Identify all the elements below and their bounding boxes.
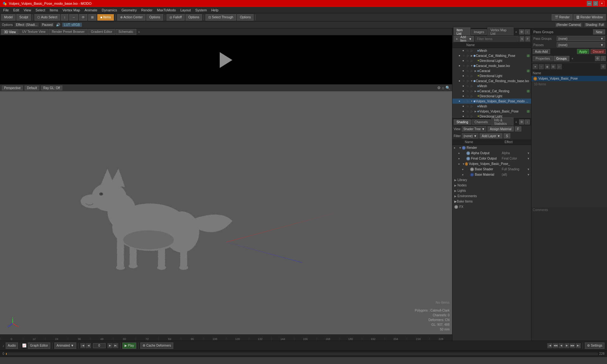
play-button[interactable]: ▶ Play bbox=[122, 343, 136, 349]
final-dropdown-icon[interactable]: ▼ bbox=[527, 157, 530, 160]
cache-deformers-button[interactable]: ⚙ Cache Deformers bbox=[140, 343, 173, 349]
viewport-3d[interactable]: Perspective Default Ray GL: Off ⚙ ⌂ 🔍 bbox=[0, 84, 452, 334]
groups-toolbar-btn-4[interactable]: ⊠ bbox=[551, 64, 556, 69]
tab-uv-texture[interactable]: UV Texture View bbox=[19, 29, 48, 35]
shader-row-base-shader[interactable]: ● Base Shader Full Shading ▼ bbox=[452, 167, 531, 172]
filter-items-input[interactable] bbox=[475, 36, 518, 41]
menu-edit[interactable]: Edit bbox=[11, 8, 21, 13]
groups-toolbar-btn-1[interactable]: ● bbox=[533, 64, 538, 69]
items-button[interactable]: ■ Items bbox=[97, 14, 114, 21]
go-start-button[interactable]: |◀ bbox=[80, 343, 85, 348]
groups-toolbar-btn-5[interactable]: ▷ bbox=[557, 64, 562, 69]
groups-toolbar-btn-2[interactable]: ○ bbox=[539, 64, 544, 69]
maximize-button[interactable]: □ bbox=[593, 1, 598, 6]
transform-btn-4[interactable]: ⊞ bbox=[88, 14, 96, 21]
ray-gl-label[interactable]: Ray GL: Off bbox=[41, 86, 62, 90]
menu-help[interactable]: Help bbox=[209, 8, 220, 13]
tree-item-vulpes-pose[interactable]: ● ○ ▷ ▶ ◈ Vulpes_Vulpes_Basic_Pose 2 bbox=[452, 109, 531, 114]
groups-right-btn-1[interactable]: ⚙ bbox=[601, 64, 606, 69]
tree-item-mesh-1[interactable]: ● ○ ▷ ◈ Mesh bbox=[452, 48, 531, 53]
prev-frame-button[interactable]: ◀ bbox=[86, 343, 91, 348]
apply-button[interactable]: Apply bbox=[577, 49, 589, 54]
pb-btn-5[interactable]: ▶▶ bbox=[570, 343, 575, 348]
assign-material-button[interactable]: Assign Material bbox=[487, 126, 513, 131]
tree-item-dir-light-1[interactable]: ● ○ ▷ ☀ Directional Light bbox=[452, 58, 531, 63]
minimize-button[interactable]: — bbox=[587, 1, 592, 6]
tree-item-caracal-resting[interactable]: ● ○ ▷ ▶ ◈ Caracal_Cat_Resting 2 bbox=[452, 88, 531, 94]
close-button[interactable]: ✕ bbox=[599, 1, 604, 6]
shader-row-base-material[interactable]: ● Base Material (all) ▼ bbox=[452, 172, 531, 177]
add-shading-tab[interactable]: + bbox=[514, 120, 518, 124]
tree-item-vulpes-mesh[interactable]: ● ○ ▷ ◈ Mesh bbox=[452, 104, 531, 109]
alpha-dropdown-icon[interactable]: ▼ bbox=[527, 152, 530, 155]
tab-images[interactable]: Images bbox=[471, 29, 487, 35]
pb-btn-6[interactable]: ▶| bbox=[576, 343, 581, 348]
shader-section-lights[interactable]: ▶ Lights bbox=[452, 188, 531, 193]
menu-view[interactable]: View bbox=[22, 8, 33, 13]
viewport-settings-icon[interactable]: ⚙ bbox=[437, 86, 441, 90]
shader-row-vulpes[interactable]: ● ▼ Vulpes_Vulpes_Basic_Pose_ bbox=[452, 161, 531, 167]
tree-item-caracal-resting-base[interactable]: ● ○ ▷ ▼ ◉ Caracal_Cat_Resting_modo_base.… bbox=[452, 78, 531, 83]
tab-3d-view[interactable]: 3D View bbox=[1, 29, 19, 35]
graph-editor-button[interactable]: Graph Editor bbox=[28, 343, 50, 349]
tree-item-vulpes-base[interactable]: ● ○ ▷ ▼ ◉ Vulpes_Vulpes_Basic_Pose_modo … bbox=[452, 99, 531, 104]
item-list-icon-btn-2[interactable]: ↕ bbox=[525, 29, 530, 34]
tab-properties[interactable]: Properties bbox=[533, 56, 553, 61]
audio-button[interactable]: Audio bbox=[6, 343, 18, 349]
tab-channels[interactable]: Channels bbox=[472, 119, 491, 125]
discard-button[interactable]: Discard bbox=[591, 49, 606, 54]
shader-section-nodes[interactable]: ▶ Nodes bbox=[452, 183, 531, 188]
pb-btn-1[interactable]: |◀ bbox=[547, 343, 552, 348]
options-button-2[interactable]: Options bbox=[186, 14, 202, 21]
shader-row-final-color[interactable]: ● Final Color Output Final Color ▼ bbox=[452, 156, 531, 161]
add-panel-tab[interactable]: + bbox=[514, 30, 518, 34]
tab-gradient-editor[interactable]: Gradient Editor bbox=[88, 29, 115, 35]
settings-button[interactable]: ⚙ Settings bbox=[585, 343, 604, 349]
item-list-settings-button[interactable]: ⚙ bbox=[519, 29, 524, 34]
transform-btn-3[interactable]: ⟳ bbox=[79, 14, 87, 21]
shading-settings-button[interactable]: ⚙ bbox=[519, 119, 524, 124]
animated-dropdown[interactable]: Animated ▼ bbox=[54, 343, 76, 349]
menu-geometry[interactable]: Geometry bbox=[120, 8, 138, 13]
add-item-button[interactable]: + Add Item ▼ bbox=[454, 36, 474, 42]
model-button[interactable]: Model bbox=[1, 14, 15, 21]
go-end-button[interactable]: ▶| bbox=[113, 343, 118, 348]
tree-item-caracal-base[interactable]: ● ○ ▷ ▼ ◉ Caracal_modo_base.lxo bbox=[452, 63, 531, 68]
transform-btn-2[interactable]: ↔ bbox=[69, 14, 78, 21]
shader-section-environments[interactable]: ▶ Environments bbox=[452, 193, 531, 199]
shader-section-bake[interactable]: ▶ Bake Items bbox=[452, 199, 531, 204]
shader-f-button[interactable]: F bbox=[515, 126, 521, 131]
tree-item-caracal-walking[interactable]: ● ○ ▷ ▶ ◉ Caracal_Cat_Walking_Pose 2 bbox=[452, 53, 531, 58]
tree-item-caracal-mesh[interactable]: ● ○ ▷ ▶ ◈ Caracal 2 bbox=[452, 68, 531, 73]
tab-schematic[interactable]: Schematic bbox=[116, 29, 136, 35]
pb-btn-2[interactable]: ◀◀ bbox=[553, 343, 558, 348]
shader-row-alpha[interactable]: ● Alpha Output Alpha ▼ bbox=[452, 150, 531, 156]
passes-dropdown[interactable]: (none) ▼ bbox=[557, 42, 605, 47]
falloff-button[interactable]: ◎ Falloff bbox=[167, 14, 185, 21]
add-tab-button[interactable]: + bbox=[137, 30, 141, 34]
filter-icon-button-s[interactable]: S bbox=[520, 36, 524, 41]
timeline-scrubber[interactable] bbox=[6, 353, 598, 355]
add-property-tab[interactable]: + bbox=[570, 57, 574, 60]
render-window-button[interactable]: 🖼 Render Window bbox=[573, 14, 606, 21]
options-button-3[interactable]: Options bbox=[237, 14, 254, 21]
render-button[interactable]: 🎬 Render bbox=[552, 14, 573, 21]
menu-animate[interactable]: Animate bbox=[83, 8, 99, 13]
next-frame-button[interactable]: ▶ bbox=[107, 343, 113, 348]
pass-groups-dropdown[interactable]: (none) ▼ bbox=[557, 36, 605, 41]
select-through-button[interactable]: ⊡ Select Through bbox=[205, 14, 236, 21]
new-button[interactable]: New bbox=[593, 29, 605, 34]
tree-item-dir-light-2[interactable]: ● ○ ▷ ☀ Directional Light bbox=[452, 73, 531, 78]
shader-tree-dropdown[interactable]: Shader Tree ▼ bbox=[462, 126, 487, 131]
action-center-button[interactable]: ⊕ Action Center bbox=[117, 14, 146, 21]
menu-maxtomodo[interactable]: MaxToModo bbox=[155, 8, 178, 13]
properties-expand-button[interactable]: ↕ bbox=[601, 56, 606, 61]
shader-row-render[interactable]: ● ▼ Render bbox=[452, 145, 531, 150]
default-label[interactable]: Default bbox=[25, 86, 39, 90]
current-frame-input[interactable] bbox=[93, 343, 106, 348]
auto-add-button[interactable]: Auto Add bbox=[533, 49, 550, 54]
menu-file[interactable]: File bbox=[1, 8, 11, 13]
sculpt-button[interactable]: Sculpt bbox=[16, 14, 31, 21]
pb-btn-3[interactable]: ◀ bbox=[559, 343, 564, 348]
menu-select[interactable]: Select bbox=[34, 8, 47, 13]
